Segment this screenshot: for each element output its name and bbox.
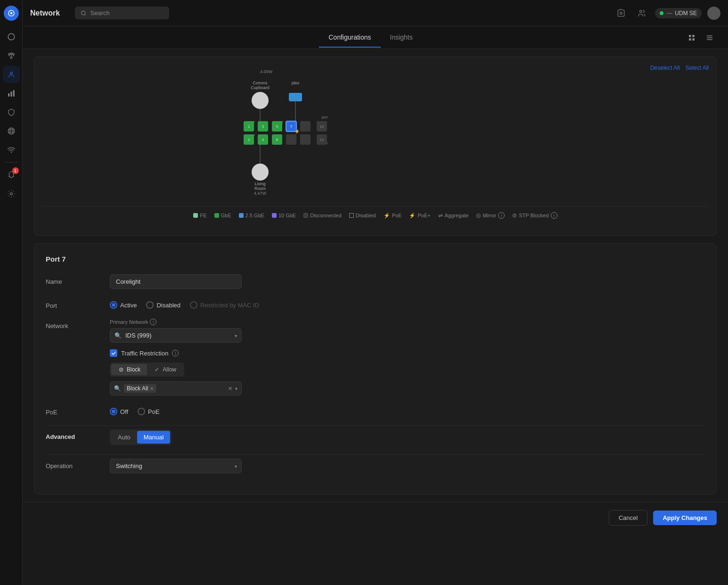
radio-disabled[interactable]: Disabled — [146, 301, 180, 309]
cancel-button[interactable]: Cancel — [609, 510, 647, 526]
svg-text:+: + — [253, 120, 255, 124]
sidebar-item-home[interactable] — [3, 28, 20, 45]
svg-text:5: 5 — [276, 124, 278, 129]
advanced-label: Advanced — [46, 429, 102, 440]
sidebar-item-topology[interactable] — [3, 47, 20, 64]
user-avatar[interactable] — [707, 7, 720, 20]
svg-text:Living: Living — [254, 181, 266, 186]
traffic-restriction-checkbox[interactable] — [110, 349, 117, 357]
svg-rect-4 — [8, 93, 9, 97]
radio-poe-on[interactable]: PoE — [138, 408, 160, 415]
primary-network-info-icon[interactable]: i — [150, 319, 156, 325]
sidebar-item-alerts[interactable]: 1 — [3, 166, 20, 183]
people-button[interactable] — [634, 6, 649, 21]
legend-fe-dot — [193, 213, 198, 218]
legend-disabled-box — [349, 213, 354, 218]
auto-button[interactable]: Auto — [111, 431, 137, 444]
sidebar-item-statistics[interactable] — [3, 85, 20, 102]
radio-restricted-mac[interactable]: Restricted by MAC ID — [190, 301, 259, 309]
svg-rect-20 — [707, 35, 712, 36]
sidebar: 1 — [0, 0, 23, 585]
svg-point-14 — [620, 12, 622, 14]
legend-disconnected-dot — [303, 213, 308, 218]
app-title: Network — [30, 9, 60, 17]
device-status-dot — [660, 11, 663, 15]
tab-configurations[interactable]: Configurations — [319, 28, 380, 48]
network-field-wrapper: Primary Network i 🔍 IDS (999) ▾ — [110, 319, 705, 395]
svg-point-3 — [10, 72, 12, 74]
list-view-button[interactable] — [703, 31, 717, 45]
network-row: Network Primary Network i 🔍 IDS (999) ▾ — [46, 319, 705, 395]
search-box[interactable] — [75, 7, 169, 19]
network-select[interactable]: IDS (999) — [110, 328, 242, 343]
svg-text:10: 10 — [319, 124, 324, 129]
search-input[interactable] — [90, 9, 164, 16]
camera-button[interactable] — [613, 6, 629, 21]
svg-rect-54 — [300, 134, 311, 145]
grid-view-button[interactable] — [685, 31, 699, 45]
block-all-tag-input[interactable]: 🔍 Block All ✕ ✕ ▾ — [110, 381, 242, 395]
svg-point-2 — [8, 33, 15, 40]
tab-insights[interactable]: Insights — [381, 28, 422, 48]
svg-text:Cupboard: Cupboard — [251, 85, 270, 90]
name-label: Name — [46, 274, 102, 285]
mirror-info-icon[interactable]: i — [498, 212, 505, 219]
svg-rect-53 — [286, 134, 296, 145]
operation-select[interactable]: Switching Mirroring — [110, 459, 242, 473]
topology-svg: 4.00W Comms Cupboard plex — [187, 65, 564, 206]
legend-poe-icon: ⚡ — [384, 213, 390, 219]
sidebar-item-settings[interactable] — [3, 185, 20, 202]
port-radio-group: Active Disabled Restricted by MAC ID — [110, 298, 705, 309]
sidebar-item-dns[interactable] — [3, 123, 20, 140]
manual-button[interactable]: Manual — [137, 431, 171, 444]
primary-network-label: Primary Network i — [110, 319, 705, 325]
network-label: Network — [46, 319, 102, 330]
allow-button[interactable]: ✓ Allow — [147, 364, 183, 375]
poe-options: Off PoE — [110, 405, 705, 415]
svg-text:SFP: SFP — [321, 116, 328, 119]
block-icon: ⊘ — [118, 366, 124, 373]
svg-rect-19 — [692, 38, 695, 41]
device-badge[interactable]: — UDM SE — [655, 8, 702, 18]
radio-poe-off[interactable]: Off — [110, 408, 128, 415]
svg-rect-16 — [689, 35, 691, 37]
tag-remove-button[interactable]: ✕ — [150, 386, 154, 391]
svg-rect-21 — [707, 37, 712, 38]
sidebar-item-wifi[interactable] — [3, 141, 20, 158]
legend-poe: ⚡ PoE — [384, 213, 402, 219]
operation-row: Operation Switching Mirroring ▾ — [46, 459, 705, 473]
svg-point-7 — [8, 128, 15, 134]
topology-visualization: 4.00W Comms Cupboard plex — [42, 65, 709, 206]
sidebar-item-clients[interactable] — [3, 66, 20, 83]
legend-aggregate-icon: ⇌ — [438, 212, 443, 219]
content-area: Configurations Insights Deselect All Sel… — [23, 26, 728, 585]
svg-point-1 — [10, 12, 12, 15]
header-actions: — UDM SE — [613, 6, 720, 21]
name-input[interactable] — [110, 274, 242, 289]
allow-icon: ✓ — [154, 366, 160, 373]
advanced-toggle-wrapper: Auto Manual — [110, 429, 705, 445]
radio-active[interactable]: Active — [110, 301, 137, 309]
apply-changes-button[interactable]: Apply Changes — [653, 511, 717, 525]
sidebar-logo[interactable] — [4, 6, 19, 21]
sidebar-item-security[interactable] — [3, 104, 20, 121]
tag-dropdown-arrow[interactable]: ▾ — [235, 386, 237, 391]
traffic-restriction-info[interactable]: i — [172, 350, 179, 356]
form-title: Port 7 — [46, 255, 705, 263]
stp-info-icon[interactable]: i — [551, 212, 557, 219]
svg-text:6: 6 — [276, 138, 278, 142]
legend-10gbe-dot — [272, 213, 277, 218]
legend-gbe-dot — [214, 213, 219, 218]
device-name: UDM SE — [675, 10, 697, 16]
legend-poe-plus: ⚡ PoE+ — [409, 213, 430, 219]
svg-rect-42 — [300, 121, 311, 132]
tag-clear-button[interactable]: ✕ — [228, 386, 232, 392]
svg-text:+: + — [253, 133, 255, 137]
port-config-form: Port 7 Name Port Active — [34, 243, 717, 494]
network-select-wrapper: 🔍 IDS (999) ▾ — [110, 328, 242, 343]
topology-legend: FE GbE 2.5 GbE 10 GbE — [42, 206, 709, 221]
main-area: Network — UDM SE Configuration — [23, 0, 728, 585]
nav-toolbar — [685, 31, 717, 45]
block-button[interactable]: ⊘ Block — [111, 364, 147, 375]
svg-text:4.47W: 4.47W — [254, 191, 266, 196]
